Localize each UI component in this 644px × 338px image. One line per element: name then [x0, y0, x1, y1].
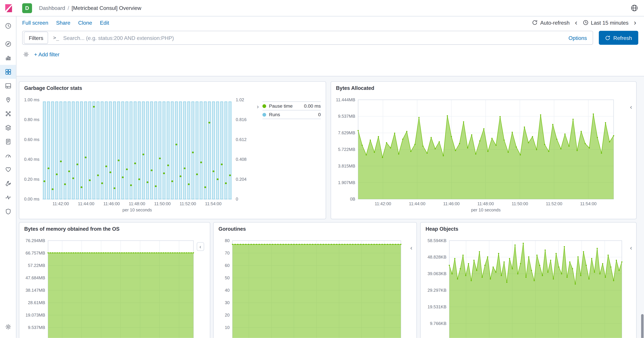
time-clock-icon: [582, 20, 588, 26]
add-filter-button[interactable]: + Add filter: [34, 51, 59, 57]
dashboard-grid: Garbage Collector stats 1.00 ms0.80 ms0.…: [16, 76, 644, 338]
legend-value: 0.00 ms: [304, 104, 321, 108]
sidebar-item-infrastructure[interactable]: [0, 121, 16, 135]
time-range-label: Last 15 minutes: [591, 20, 628, 26]
time-forward-button[interactable]: ›: [632, 19, 638, 26]
breadcrumb-page-title: [Metricbeat Consul] Overview: [72, 5, 142, 11]
legend-expand-button[interactable]: ‹: [196, 242, 204, 251]
sidebar-item-discover[interactable]: [0, 37, 16, 51]
legend-expand-icon[interactable]: ‹: [410, 245, 412, 251]
panel-title[interactable]: Bytes of memory obtained from the OS: [24, 226, 120, 232]
main-content: Full screen Share Clone Edit Auto-refres…: [16, 16, 644, 338]
svg-text:10: 10: [225, 325, 230, 330]
space-avatar[interactable]: D: [22, 3, 32, 13]
search-input[interactable]: [62, 34, 563, 41]
sidebar-item-visualize[interactable]: [0, 51, 16, 65]
sidebar-item-dev-tools[interactable]: [0, 176, 16, 190]
vertical-scrollbar[interactable]: [641, 314, 644, 338]
panel-heap-objects: Heap Objects 58.594KB48.828KB39.063KB29.…: [420, 222, 636, 338]
layers-icon: [5, 124, 11, 131]
breadcrumb-separator: /: [68, 5, 69, 11]
legend-label: Pause time: [269, 104, 293, 108]
legend-expand-icon[interactable]: ‹: [630, 104, 632, 110]
svg-text:80: 80: [225, 238, 230, 243]
svg-text:0.612: 0.612: [236, 137, 246, 142]
clone-link[interactable]: Clone: [78, 20, 92, 26]
sidebar-item-monitoring[interactable]: [0, 190, 16, 204]
bytes-allocated-chart: 11.444MB9.537MB7.629MB5.722MB3.815MB1.90…: [333, 95, 620, 218]
svg-text:11:54:00: 11:54:00: [580, 201, 596, 206]
svg-text:60: 60: [225, 263, 230, 268]
gc-stats-chart: 1.00 ms0.80 ms0.60 ms0.40 ms0.20 ms0.00 …: [21, 95, 251, 218]
time-back-button[interactable]: ‹: [573, 19, 579, 26]
svg-text:per 10 seconds: per 10 seconds: [471, 208, 500, 212]
time-range-button[interactable]: Last 15 minutes: [582, 20, 628, 26]
auto-refresh-icon: [532, 20, 538, 26]
edit-link[interactable]: Edit: [100, 20, 109, 26]
heart-icon: [5, 166, 11, 173]
svg-text:0.60 ms: 0.60 ms: [24, 137, 40, 142]
svg-text:57.22MB: 57.22MB: [28, 263, 45, 268]
svg-text:0.20 ms: 0.20 ms: [24, 177, 40, 182]
app-sidebar: [0, 16, 16, 338]
svg-text:11:54:00: 11:54:00: [205, 201, 222, 206]
svg-text:0.40 ms: 0.40 ms: [24, 157, 40, 162]
refresh-button[interactable]: Refresh: [599, 31, 638, 45]
svg-text:9.766KB: 9.766KB: [430, 321, 446, 326]
sidebar-item-machine-learning[interactable]: [0, 107, 16, 121]
sidebar-item-management[interactable]: [0, 320, 16, 334]
svg-text:11.444MB: 11.444MB: [336, 98, 355, 102]
filters-button[interactable]: Filters: [24, 32, 48, 44]
legend-expand-icon[interactable]: ‹: [630, 245, 632, 251]
svg-text:11:50:00: 11:50:00: [512, 201, 528, 206]
kibana-logo-icon[interactable]: [4, 3, 14, 13]
filter-settings-gear-icon[interactable]: [23, 51, 29, 57]
auto-refresh-button[interactable]: Auto-refresh: [532, 20, 570, 26]
panel-title[interactable]: Heap Objects: [426, 226, 458, 232]
legend-item-pause-time[interactable]: Pause time 0.00 ms: [262, 102, 321, 110]
sidebar-item-apm[interactable]: [0, 149, 16, 163]
sidebar-item-uptime[interactable]: [0, 163, 16, 176]
document-icon: [5, 138, 11, 145]
sidebar-item-logs[interactable]: [0, 135, 16, 148]
svg-text:20: 20: [225, 313, 230, 318]
sidebar-item-canvas[interactable]: [0, 79, 16, 93]
svg-text:7.629MB: 7.629MB: [338, 130, 355, 135]
options-link[interactable]: Options: [568, 35, 587, 41]
svg-text:76.294MB: 76.294MB: [26, 238, 45, 243]
svg-text:1.00 ms: 1.00 ms: [24, 98, 40, 102]
query-bar: Filters >_ Options Refresh: [22, 31, 638, 45]
map-pin-icon: [5, 96, 11, 103]
panel-title[interactable]: Bytes Allocated: [336, 85, 374, 91]
svg-text:0: 0: [236, 197, 238, 201]
legend-collapse-icon[interactable]: ›: [257, 103, 258, 110]
sidebar-item-recently-viewed[interactable]: [0, 19, 16, 33]
svg-text:11:52:00: 11:52:00: [180, 201, 196, 206]
svg-text:0.408: 0.408: [236, 157, 246, 162]
share-link[interactable]: Share: [56, 20, 70, 26]
svg-text:11:44:00: 11:44:00: [78, 201, 94, 206]
svg-text:0B: 0B: [441, 338, 446, 338]
panel-title[interactable]: Goroutines: [218, 226, 246, 232]
compass-icon: [5, 40, 11, 47]
panel-title[interactable]: Garbage Collector stats: [24, 85, 82, 91]
legend-dot: [262, 104, 266, 108]
sidebar-item-maps[interactable]: [0, 93, 16, 107]
svg-text:19.073MB: 19.073MB: [26, 313, 45, 318]
breadcrumb-dashboard[interactable]: Dashboard: [39, 5, 65, 11]
svg-text:11:42:00: 11:42:00: [52, 201, 69, 206]
full-screen-link[interactable]: Full screen: [22, 20, 48, 26]
dashboard-toolbar: Full screen Share Clone Edit Auto-refres…: [16, 16, 644, 29]
refresh-button-label: Refresh: [613, 35, 632, 41]
svg-text:1.02: 1.02: [236, 98, 244, 102]
pulse-icon: [5, 194, 11, 201]
top-bar: D Dashboard / [Metricbeat Consul] Overvi…: [0, 0, 644, 16]
sidebar-item-dashboard[interactable]: [0, 65, 16, 79]
legend-item-runs[interactable]: Runs 0: [262, 110, 321, 119]
svg-text:11:48:00: 11:48:00: [478, 201, 494, 206]
svg-text:19.531KB: 19.531KB: [428, 304, 446, 309]
sidebar-item-siem[interactable]: [0, 204, 16, 218]
help-globe-icon[interactable]: [630, 4, 638, 12]
svg-text:11:50:00: 11:50:00: [154, 201, 170, 206]
svg-text:0.00 ms: 0.00 ms: [24, 197, 40, 201]
